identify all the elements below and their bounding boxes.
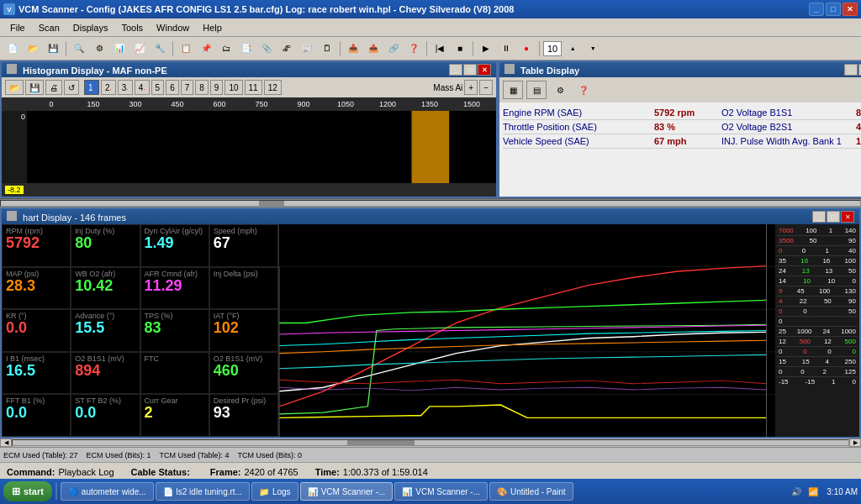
hist-tab10[interactable]: 10 (224, 80, 242, 95)
hist-zoom-in[interactable]: + (464, 80, 478, 95)
tool-btn14[interactable]: 📥 (344, 39, 362, 58)
minimize-button[interactable]: _ (809, 3, 824, 16)
scale-600: 600 (198, 100, 240, 108)
hist-y-label: 0 (21, 113, 25, 121)
hist-maximize[interactable]: □ (463, 64, 477, 76)
tool-btn8[interactable]: 🗂 (217, 39, 235, 58)
stop-button[interactable]: ■ (451, 39, 469, 58)
pause-button[interactable]: ⏸ (497, 39, 515, 58)
hist-minimize[interactable]: _ (449, 64, 462, 76)
tool-btn3[interactable]: 📊 (110, 39, 129, 58)
scale-row-8: 4225090 (777, 297, 858, 307)
cable-label: Cable Status: (131, 467, 190, 477)
tool-btn11[interactable]: 🖇 (277, 39, 296, 58)
table-row-1: Engine RPM (SAE) 5792 rpm O2 Voltage B1S… (503, 106, 861, 120)
taskbar-vcm1[interactable]: 📊 VCM Scanner -... (300, 482, 394, 501)
open-button[interactable]: 📂 (24, 39, 42, 58)
taskbar-paint[interactable]: 🎨 Untitled - Paint (489, 482, 573, 501)
taskbar-logs[interactable]: 📁 Logs (251, 482, 298, 501)
bottom-hscrollbar[interactable]: ◀ ▶ (0, 438, 861, 447)
table-view2[interactable]: ▤ (526, 81, 547, 99)
tool-btn9[interactable]: 📑 (237, 39, 256, 58)
paint-icon: 🎨 (497, 487, 507, 496)
counter-up[interactable]: ▲ (563, 39, 582, 58)
tool-btn5[interactable]: 🔧 (151, 39, 169, 58)
hist-tab4[interactable]: 4. (135, 80, 150, 95)
taskbar-autometer[interactable]: 🔵 autometer wide... (61, 482, 154, 501)
hist-tab5[interactable]: 5 (151, 80, 165, 95)
scroll-right-btn[interactable]: ▶ (849, 438, 861, 447)
windows-logo: ⊞ (12, 486, 20, 497)
scan-button[interactable]: 🔍 (70, 39, 88, 58)
tray-icon-2: 📶 (806, 485, 820, 498)
hist-tab12[interactable]: 12 (264, 80, 282, 95)
menu-file[interactable]: File (3, 21, 32, 34)
hist-close[interactable]: ✕ (478, 64, 491, 76)
table-view1[interactable]: ▦ (503, 81, 523, 99)
config-button[interactable]: ⚙ (90, 39, 108, 58)
counter-down[interactable]: ▼ (584, 39, 602, 58)
cell-fftb1-value: 0.0 (6, 405, 66, 422)
hist-tab8[interactable]: 8 (195, 80, 209, 95)
tool-btn16[interactable]: 🔗 (384, 39, 403, 58)
menu-tools[interactable]: Tools (114, 21, 150, 34)
taskbar-vcm2[interactable]: 📊 VCM Scanner -... (394, 482, 488, 501)
frame-status: Frame: 2420 of 4765 (210, 467, 298, 477)
hist-reset[interactable]: ↺ (64, 80, 79, 95)
hist-tab9[interactable]: 9 (210, 80, 224, 95)
table-label2-2: O2 Voltage B2S1 (721, 122, 856, 132)
table-help[interactable]: ❓ (573, 81, 594, 99)
tool-btn12[interactable]: 📰 (298, 39, 316, 58)
hist-open[interactable]: 📂 (5, 80, 24, 95)
tool-btn4[interactable]: 📈 (130, 39, 149, 58)
hist-tab3[interactable]: 3. (118, 80, 133, 95)
chart-close[interactable]: ✕ (841, 211, 854, 223)
chart-minimize[interactable]: _ (812, 211, 826, 223)
menu-displays[interactable]: Displays (66, 21, 115, 34)
hist-tab2[interactable]: 2. (101, 80, 116, 95)
cell-tps-value: 83 (145, 320, 205, 337)
hist-zoom-out[interactable]: − (479, 80, 493, 95)
tool-btn13[interactable]: 🗒 (318, 39, 336, 58)
table-label2-3: INJ. Pulse Width Avg. Bank 1 (721, 136, 856, 146)
start-button[interactable]: ⊞ start (3, 481, 52, 501)
hist-save[interactable]: 💾 (25, 80, 44, 95)
cell-kr-value: 0.0 (6, 320, 66, 337)
chart-svg (279, 224, 775, 437)
hist-tab7[interactable]: 7 (181, 80, 194, 95)
new-button[interactable]: 📄 (3, 39, 22, 58)
scroll-left-btn[interactable]: ◀ (0, 438, 12, 447)
tool-btn10[interactable]: 📎 (257, 39, 276, 58)
table-config[interactable]: ⚙ (550, 81, 570, 99)
cell-stftb2: ST FT B2 (%) 0.0 (71, 394, 140, 437)
hist-tab11[interactable]: 11 (245, 80, 262, 95)
tool-btn7[interactable]: 📌 (197, 39, 215, 58)
table-minimize[interactable]: _ (844, 64, 858, 76)
cell-wbo2-value: 10.42 (75, 278, 135, 295)
scale-row-15: 002125 (777, 367, 858, 377)
maximize-button[interactable]: □ (826, 3, 841, 16)
middle-scrollbar[interactable] (0, 199, 861, 207)
save-button[interactable]: 💾 (44, 39, 62, 58)
close-button[interactable]: ✕ (843, 3, 858, 16)
chart-graph[interactable] (279, 224, 775, 437)
hist-tab6[interactable]: 6 (166, 80, 179, 95)
tool-btn6[interactable]: 📋 (177, 39, 195, 58)
hist-tab1[interactable]: 1. (84, 80, 99, 95)
record-button[interactable]: ● (517, 39, 536, 58)
help-button[interactable]: ❓ (404, 39, 423, 58)
hist-print[interactable]: 🖨 (45, 80, 62, 95)
cell-advance-value: 15.5 (75, 320, 135, 337)
table-content: Engine RPM (SAE) 5792 rpm O2 Voltage B1S… (499, 102, 861, 197)
play-start-button[interactable]: |◀ (430, 39, 449, 58)
counter-input[interactable]: 10 (543, 41, 562, 56)
play-button[interactable]: ▶ (477, 39, 495, 58)
menu-window[interactable]: Window (150, 21, 196, 34)
menu-help[interactable]: Help (196, 21, 229, 34)
chart-maximize[interactable]: □ (827, 211, 840, 223)
table-toolbar: ▦ ▤ ⚙ ❓ (499, 77, 861, 102)
menu-scan[interactable]: Scan (32, 21, 66, 34)
scale-300: 300 (114, 100, 156, 108)
taskbar-ls2[interactable]: 📄 ls2 idle tuning.rt... (156, 482, 250, 501)
tool-btn15[interactable]: 📤 (364, 39, 383, 58)
